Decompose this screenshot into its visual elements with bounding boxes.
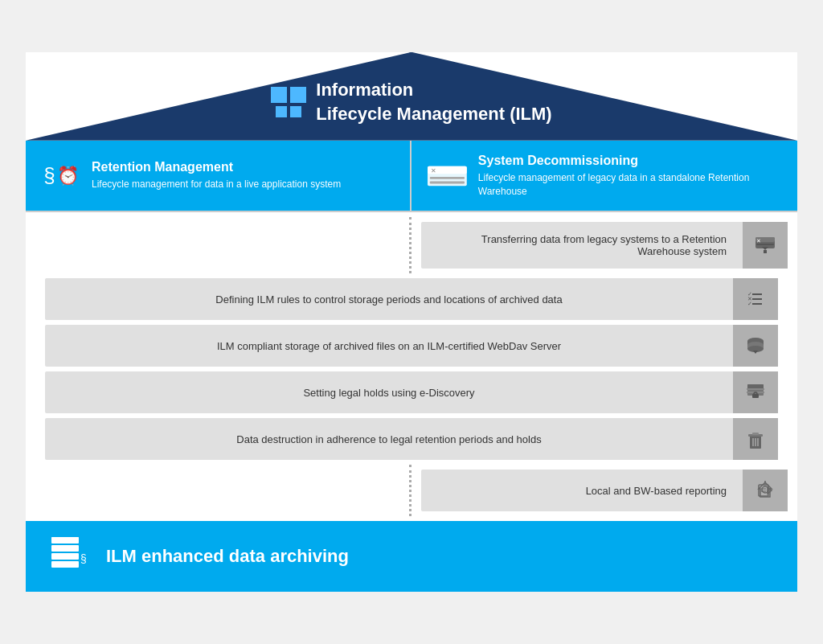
footer-title: ILM enhanced data archiving [106,546,349,567]
retention-management-desc: Lifecycle management for data in a live … [92,178,341,191]
main-container: Information Lifecycle Management (ILM) §… [26,52,797,593]
svg-marker-22 [753,351,758,354]
retention-management-text: Retention Management Lifecycle managemen… [92,160,341,191]
feature-row-reporting: Local and BW-based reporting [26,465,797,516]
svg-rect-47 [51,561,79,568]
system-decommissioning-desc: Lifecycle management of legacy data in a… [478,171,781,199]
legal-holds-icon-box [733,371,778,413]
footer: § ILM enhanced data archiving [26,521,797,592]
full-row-ilm-rules-wrapper: Defining ILM rules to control storage pe… [26,278,797,320]
svg-rect-4 [430,181,465,183]
svg-rect-10 [764,250,767,253]
system-decommissioning-text: System Decommissioning Lifecycle managem… [478,154,781,199]
svg-text:✓: ✓ [747,301,752,306]
reporting-label: Local and BW-based reporting [421,474,743,508]
full-row-legal-holds-wrapper: Setting legal holds using e-Discovery [26,371,797,413]
ilm-rules-icon-box: ✓ ✕ ✓ [733,278,778,320]
ilm-rules-label: Defining ILM rules to control storage pe… [45,282,733,317]
header-title-line1: Information [316,80,413,100]
section-left-header: § ⏰ Retention Management Lifecycle manag… [26,141,412,211]
storage-icon-box [733,325,778,367]
reporting-row: Local and BW-based reporting [421,470,788,511]
svg-rect-45 [51,553,79,560]
destruction-label: Data destruction in adherence to legal r… [45,422,733,457]
main-content-area: Transferring data from legacy systems to… [26,212,797,521]
reporting-icon-box [743,470,788,511]
header-title-line2: Lifecycle Management (ILM) [316,104,551,124]
right-part-reporting: Local and BW-based reporting [412,465,797,516]
left-spacer-2 [26,465,412,516]
footer-icon: § [50,535,90,577]
storage-row: ILM compliant storage of archived files … [45,325,778,367]
svg-text:✕: ✕ [756,238,761,244]
svg-text:§: § [80,552,87,565]
retention-management-title: Retention Management [92,160,341,174]
ilm-rules-row: Defining ILM rules to control storage pe… [45,278,778,320]
roof-content: Information Lifecycle Management (ILM) [271,78,551,132]
svg-rect-3 [430,176,465,178]
legal-holds-row: Setting legal holds using e-Discovery [45,371,778,413]
right-part-transfer: Transferring data from legacy systems to… [412,217,797,273]
transfer-icon-box: ✕ [743,222,788,269]
svg-rect-44 [51,545,79,552]
full-row-destruction-wrapper: Data destruction in adherence to legal r… [26,418,797,460]
storage-label: ILM compliant storage of archived files … [45,329,733,363]
svg-rect-25 [747,388,764,390]
svg-text:✕: ✕ [431,166,436,174]
svg-rect-31 [752,433,759,435]
section-headers: § ⏰ Retention Management Lifecycle manag… [26,141,797,213]
destruction-icon-box [733,418,778,460]
legal-holds-label: Setting legal holds using e-Discovery [45,375,733,410]
roof-header: Information Lifecycle Management (ILM) [26,52,797,141]
header-title: Information Lifecycle Management (ILM) [316,78,551,125]
left-spacer-1 [26,217,412,273]
section-right-header: ✕ System Decommissioning Lifecycle manag… [412,141,797,211]
transfer-row: Transferring data from legacy systems to… [421,222,788,269]
feature-row-transfer: Transferring data from legacy systems to… [26,217,797,273]
system-decommissioning-title: System Decommissioning [478,154,781,168]
retention-management-icon: § ⏰ [42,163,80,188]
destruction-row: Data destruction in adherence to legal r… [45,418,778,460]
svg-rect-8 [756,244,774,245]
full-row-storage-wrapper: ILM compliant storage of archived files … [26,325,797,367]
transfer-label: Transferring data from legacy systems to… [421,222,743,269]
system-decommissioning-icon: ✕ [428,162,467,190]
ilm-icon [271,87,306,117]
svg-rect-43 [51,537,79,540]
